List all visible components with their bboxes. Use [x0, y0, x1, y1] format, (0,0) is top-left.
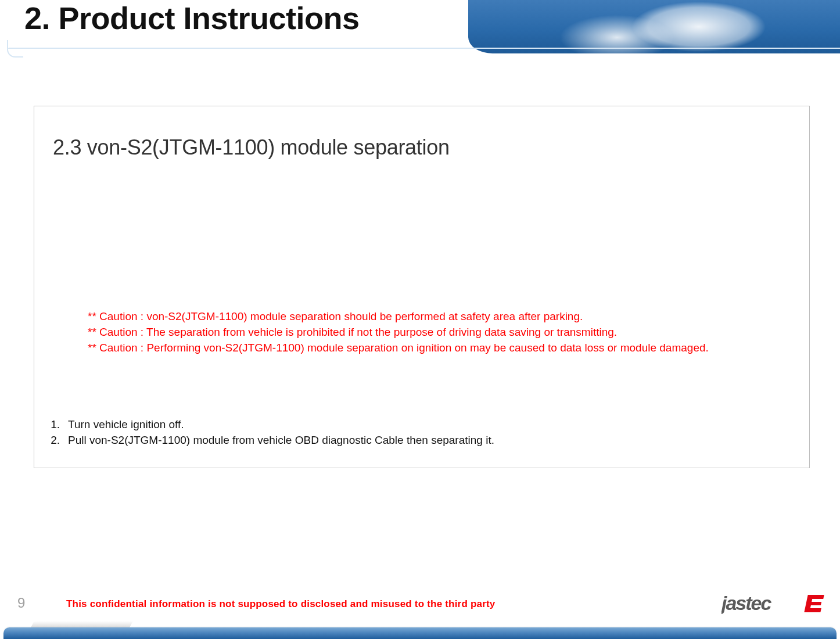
step-text: Turn vehicle ignition off. [68, 418, 184, 430]
step-item: 1.Turn vehicle ignition off. [46, 417, 494, 432]
step-number: 2. [46, 432, 60, 448]
jastec-logo-icon: jastec [721, 591, 827, 616]
caution-line: ** Caution : The separation from vehicle… [88, 324, 709, 340]
caution-line: ** Caution : von-S2(JTGM-1100) module se… [88, 308, 709, 324]
content-box: 2.3 von-S2(JTGM-1100) module separation … [34, 106, 810, 468]
header-underline [8, 48, 840, 49]
footer-confidential-note: This confidential information is not sup… [66, 598, 495, 610]
caution-block: ** Caution : von-S2(JTGM-1100) module se… [88, 308, 709, 356]
section-heading: 2.3 von-S2(JTGM-1100) module separation [53, 135, 450, 160]
page-title: 2. Product Instructions [24, 0, 360, 36]
caution-line: ** Caution : Performing von-S2(JTGM-1100… [88, 340, 709, 356]
header-sky-decoration [468, 0, 840, 53]
step-item: 2.Pull von-S2(JTGM-1100) module from veh… [46, 432, 494, 448]
bottom-stripe-decoration [3, 627, 837, 639]
steps-block: 1.Turn vehicle ignition off. 2.Pull von-… [46, 417, 494, 448]
step-text: Pull von-S2(JTGM-1100) module from vehic… [68, 434, 494, 446]
brand-logo: jastec [721, 591, 827, 616]
step-number: 1. [46, 417, 60, 432]
page-number: 9 [17, 595, 25, 611]
svg-text:jastec: jastec [721, 592, 771, 614]
